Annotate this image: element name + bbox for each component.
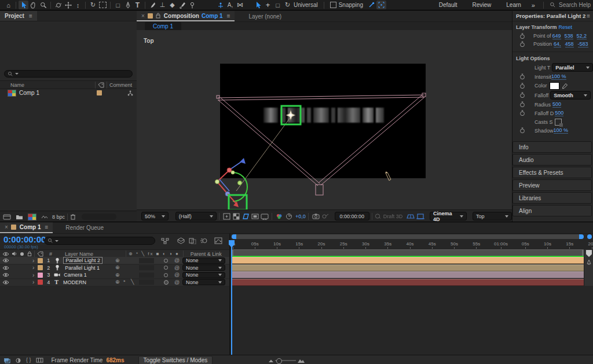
stopwatch-icon[interactable] [519,33,525,39]
parent-dropdown[interactable]: None [182,258,225,264]
audio-column-icon[interactable] [12,251,17,256]
frame-blending-icon[interactable] [189,237,196,244]
dolly-camera-icon[interactable]: ↕ [73,1,83,9]
eye-icon[interactable] [2,258,9,263]
panel-menu-icon[interactable]: ≡ [587,13,590,19]
new-composition-icon[interactable] [28,214,36,220]
switch-cell[interactable] [139,258,154,263]
color-swatch[interactable] [550,82,559,90]
intensity-value[interactable]: 100 % [551,73,566,80]
camera-tool-icon[interactable] [98,1,108,9]
workspace-learn[interactable]: Learn [506,2,521,8]
comp-marker-button[interactable] [586,250,592,257]
time-ruler[interactable]: 0s 05s 10s 15s 20s 25s 30s 35s 40s 45s 5… [227,240,593,249]
falloff-dropdown[interactable]: Smooth [550,91,591,100]
color-depth-icon[interactable] [41,214,48,220]
switch-cell[interactable] [139,273,154,278]
view-layout-icon[interactable] [260,212,269,220]
column-parent-link[interactable]: Parent & Link [191,251,222,257]
lock-column-icon[interactable] [27,251,32,256]
mini-flowchart-icon[interactable] [161,238,169,244]
label-column-icon[interactable] [98,82,104,88]
transfer-modes-icon[interactable] [15,358,21,363]
guides-icon[interactable] [251,212,260,220]
snap-bounds-icon[interactable] [376,1,386,9]
layer-tab[interactable]: Layer (none) [248,13,281,20]
label-column-icon[interactable] [37,251,43,257]
local-axis-mode-icon[interactable] [215,1,225,9]
stopwatch-icon[interactable] [519,73,525,80]
pan-camera-icon[interactable] [63,1,73,9]
viewer-subtab-comp1[interactable]: Comp 1 [145,22,181,31]
position-y[interactable]: 458 [565,41,574,47]
world-axis-mode-icon[interactable]: A, [225,1,235,9]
current-timecode[interactable]: 0:00:00:00 [3,234,46,244]
pickwhip-icon[interactable]: @ [174,265,180,271]
layer-color-label[interactable] [38,280,43,285]
snap-to-features-icon[interactable] [367,1,376,9]
stopwatch-icon[interactable] [519,83,525,89]
type-tool-icon[interactable]: T [133,1,142,9]
quality-switch-icon[interactable]: ⊕ [115,273,120,278]
point-of-interest-y[interactable]: 538 [565,33,573,39]
draft-3d-toggle[interactable]: Draft 3D [375,213,403,219]
extended-viewer-icon[interactable] [416,212,425,220]
stopwatch-icon[interactable] [519,41,525,47]
quality-bezier-icon[interactable]: ╲ [131,280,134,285]
work-area-bar[interactable] [232,249,584,256]
layer-name[interactable]: MODERN [63,280,86,285]
rotation-tool-icon[interactable]: ↻ [88,1,98,9]
toggle-switches-modes-button[interactable]: Toggle Switches / Modes [138,356,213,364]
column-name[interactable]: Name [10,82,24,88]
switch-cell[interactable] [139,280,154,285]
draft-3d-icon[interactable] [177,237,185,244]
universal-select-icon[interactable] [253,1,263,9]
project-item-comp1[interactable]: Comp 1 [0,89,137,97]
preview-panel-tab[interactable]: Preview [513,179,592,191]
pickwhip-icon[interactable]: @ [174,280,180,285]
show-snapshot-icon[interactable] [320,212,330,220]
project-bit-depth[interactable]: 8 bpc [52,214,65,220]
label-color-swatch[interactable] [97,90,102,95]
shy-switch-icon[interactable] [164,266,168,270]
snapping-checkbox[interactable] [330,2,336,8]
playhead-line[interactable] [231,240,232,355]
libraries-panel-tab[interactable]: Libraries [513,192,592,204]
render-time-icon[interactable] [36,358,43,363]
layer-name[interactable]: Parallel Light 1 [65,265,100,271]
universal-position-icon[interactable]: + [263,1,273,9]
quality-switch-icon[interactable]: ⊕ [115,280,120,285]
info-panel-tab[interactable]: Info [513,141,592,153]
trash-icon[interactable] [70,214,76,220]
point-of-interest-z[interactable]: 52,2 [577,33,587,39]
pen-tool-icon[interactable] [123,1,133,9]
column-comment[interactable]: Comment [109,82,132,88]
render-queue-tab[interactable]: Render Queue [65,225,104,231]
layer-name[interactable]: Camera 1 [64,272,87,278]
shape-tool-icon[interactable]: □ [113,1,123,9]
layer-bar-2[interactable] [232,264,584,271]
shadow-darkness-value[interactable]: 100 % [554,127,569,134]
parent-dropdown[interactable]: None [182,272,225,278]
shy-switch-icon[interactable] [164,259,168,263]
stopwatch-icon[interactable] [519,101,525,108]
workspace-overflow-icon[interactable]: » [532,2,535,9]
layer-color-label[interactable] [38,273,43,278]
region-of-interest-icon[interactable] [222,212,231,220]
close-icon[interactable]: × [5,224,8,230]
exposure-value[interactable]: +0,0 [295,214,306,219]
view-axis-mode-icon[interactable]: ⋈ [235,1,245,9]
eraser-tool-icon[interactable]: ◆ [167,1,177,9]
graph-editor-icon[interactable] [214,237,222,244]
preview-time-field[interactable]: 0:00:00:00 [335,212,369,220]
composition-tab[interactable]: × Composition Comp 1 ≡ [137,11,235,21]
column-number[interactable]: # [49,251,52,257]
footage-interpret-icon[interactable] [3,214,11,220]
snapshot-camera-icon[interactable] [311,212,320,220]
audio-panel-tab[interactable]: Audio [513,154,592,166]
channels-icon[interactable] [274,212,284,220]
reset-link[interactable]: Reset [559,24,573,30]
mask-visibility-icon[interactable] [241,212,250,220]
switch-cell[interactable] [139,265,154,270]
workspace-default[interactable]: Default [439,2,457,8]
